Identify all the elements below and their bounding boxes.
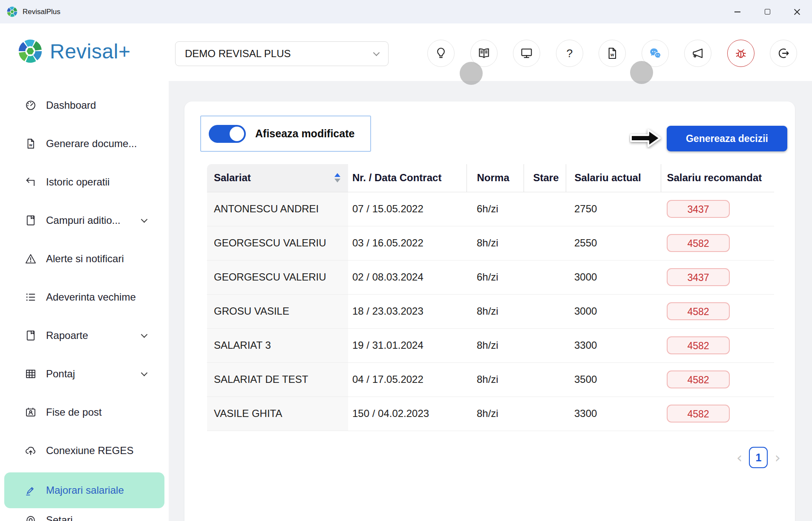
cell-contract: 04 / 17.05.2022: [348, 362, 466, 397]
cell-contract: 19 / 31.01.2024: [348, 328, 466, 362]
cell-salariu-recomandat: 3437: [661, 260, 774, 294]
window-title: RevisalPlus: [23, 8, 60, 16]
column-header-salariat[interactable]: Salariat: [207, 164, 348, 192]
logout-button[interactable]: [770, 40, 797, 67]
sidebar-item-istoric-operatii[interactable]: Istoric operatii: [0, 163, 169, 201]
cell-norma: 6h/zi: [466, 260, 524, 294]
titlebar-app-identity: RevisalPlus: [0, 6, 60, 17]
notebook-icon: [25, 330, 37, 342]
sidebar-item-pontaj[interactable]: Pontaj: [0, 355, 169, 393]
cell-salariu-recomandat: 4582: [661, 294, 774, 328]
gauge-icon: [25, 99, 37, 111]
next-page-button[interactable]: ›: [775, 450, 780, 465]
minimize-button[interactable]: [723, 0, 752, 23]
toggle-label: Afiseaza modificate: [255, 127, 354, 140]
sort-icon[interactable]: [334, 173, 340, 182]
column-header-norma: Norma: [466, 164, 524, 192]
pointer-arrow-graphic: [629, 127, 663, 151]
sidebar-item-majorari-salariale[interactable]: Majorari salariale: [4, 472, 164, 508]
maximize-button[interactable]: [752, 0, 782, 23]
recommended-salary-badge: 4582: [667, 405, 730, 423]
main-content: Afiseaza modificate Genereaza decizii: [169, 81, 812, 521]
megaphone-icon: [691, 46, 705, 60]
sidebar-item-campuri-aditionale[interactable]: Campuri aditio...: [0, 201, 169, 240]
toggle-knob: [230, 127, 244, 141]
table-header-row: Salariat Nr. / Data Contract Norma Stare…: [207, 164, 774, 192]
sidebar-item-generare-documente[interactable]: w Generare docume...: [0, 124, 169, 163]
column-header-contract: Nr. / Data Contract: [348, 164, 466, 192]
app-logo-icon: [6, 6, 18, 17]
id-card-icon: [25, 406, 37, 418]
cell-salariu-actual: 3000: [566, 294, 661, 328]
help-button[interactable]: ?: [556, 40, 583, 67]
logout-icon: [777, 46, 790, 60]
word-document-icon: w: [605, 46, 619, 60]
window-controls: [723, 0, 812, 23]
help-icon: ?: [563, 46, 576, 60]
cell-contract: 03 / 16.05.2022: [348, 226, 466, 260]
cell-stare: [524, 294, 566, 328]
company-dropdown[interactable]: DEMO REVISAL PLUS: [175, 41, 389, 66]
cell-salariat: GEORGESCU VALERIU: [207, 226, 348, 260]
cell-contract: 07 / 15.05.2022: [348, 192, 466, 226]
sidebar-item-dashboard[interactable]: Dashboard: [0, 86, 169, 124]
manual-button[interactable]: [470, 40, 498, 67]
chat-button[interactable]: [642, 40, 669, 67]
column-header-stare: Stare: [524, 164, 566, 192]
column-header-salariu-actual: Salariu actual: [566, 164, 661, 192]
previous-page-button[interactable]: ‹: [737, 450, 743, 465]
pagination: ‹ 1 ›: [737, 447, 780, 468]
chevron-down-icon: [141, 369, 148, 376]
cell-salariu-recomandat: 4582: [661, 397, 774, 431]
cell-salariu-recomandat: 4582: [661, 362, 774, 397]
page-number-button[interactable]: 1: [749, 447, 768, 468]
alert-triangle-icon: [25, 253, 37, 265]
word-export-button[interactable]: w: [599, 40, 626, 67]
table-row: GEORGESCU VALERIU 02 / 08.03.2024 6h/zi …: [207, 260, 774, 294]
cell-norma: 8h/zi: [466, 226, 524, 260]
sidebar-item-label: Dashboard: [46, 99, 96, 111]
chevron-down-icon: [141, 331, 148, 338]
monitor-button[interactable]: [513, 40, 540, 67]
cell-stare: [524, 192, 566, 226]
cell-contract: 18 / 23.03.2023: [348, 294, 466, 328]
sidebar-item-fise-de-post[interactable]: Fise de post: [0, 393, 169, 431]
lightbulb-button[interactable]: [427, 40, 455, 67]
show-modified-toggle[interactable]: Afiseaza modificate: [200, 116, 371, 152]
titlebar: RevisalPlus: [0, 0, 812, 23]
sidebar-item-alerte-si-notificari[interactable]: Alerte si notificari: [0, 240, 169, 278]
sidebar-item-adeverinta-vechime[interactable]: Adeverinta vechime: [0, 278, 169, 316]
sidebar-item-rapoarte[interactable]: Rapoarte: [0, 316, 169, 355]
cell-stare: [524, 260, 566, 294]
sidebar-item-label: Fise de post: [46, 406, 102, 418]
toggle-switch-on[interactable]: [209, 125, 246, 143]
table-bottom-border: [207, 431, 774, 431]
cell-salariat: VASILE GHITA: [207, 397, 348, 431]
word-document-icon: w: [25, 138, 37, 150]
cell-salariat: SALARIAT DE TEST: [207, 362, 348, 397]
cell-salariu-actual: 2750: [566, 192, 661, 226]
sidebar-item-conexiune-reges[interactable]: Conexiune REGES: [0, 431, 169, 470]
cell-stare: [524, 328, 566, 362]
cell-salariu-recomandat: 4582: [661, 226, 774, 260]
chevron-down-icon: [141, 216, 148, 223]
company-dropdown-value: DEMO REVISAL PLUS: [185, 48, 291, 60]
sidebar-item-setari-partial[interactable]: Setari: [0, 514, 169, 521]
sidebar-item-label: Istoric operatii: [46, 176, 109, 188]
sidebar-item-label: Generare docume...: [46, 138, 137, 150]
cell-salariu-actual: 3300: [566, 397, 661, 431]
recommended-salary-badge: 4582: [667, 234, 730, 252]
chat-bubbles-icon: [648, 46, 662, 61]
recommended-salary-badge: 4582: [667, 370, 730, 388]
close-button[interactable]: [782, 0, 812, 23]
cell-salariat: SALARIAT 3: [207, 328, 348, 362]
table-row: SALARIAT DE TEST 04 / 17.05.2022 8h/zi 3…: [207, 362, 774, 397]
monitor-icon: [520, 46, 533, 60]
bug-report-button[interactable]: [727, 40, 754, 67]
table-row: VASILE GHITA 150 / 04.02.2023 8h/zi 3300…: [207, 397, 774, 431]
svg-text:w: w: [29, 143, 33, 147]
announcements-button[interactable]: [684, 40, 711, 67]
generate-decisions-button[interactable]: Genereaza decizii: [667, 126, 787, 151]
table-row: SALARIAT 3 19 / 31.01.2024 8h/zi 3300 45…: [207, 328, 774, 362]
list-icon: [25, 291, 37, 303]
